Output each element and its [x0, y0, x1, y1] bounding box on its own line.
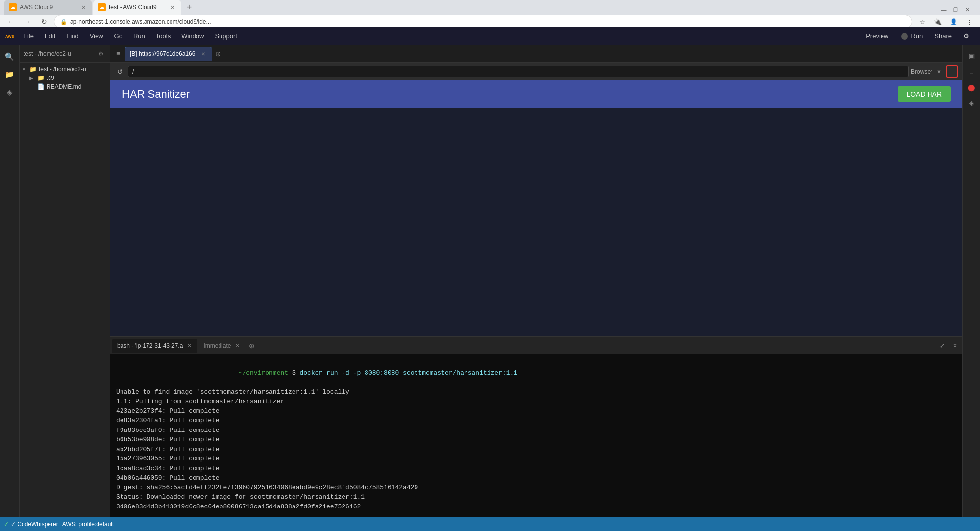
chrome-tabs-bar: ☁ AWS Cloud9 ✕ ☁ test - AWS Cloud9 ✕ + —…	[0, 0, 980, 27]
terminal-line-0: ~/environment $ docker run -d -p 8080:80…	[116, 358, 956, 387]
maximize-button[interactable]: ❐	[951, 5, 960, 15]
menu-tools[interactable]: Tools	[151, 30, 175, 42]
minimize-button[interactable]: —	[939, 5, 949, 15]
svg-text:AWS: AWS	[5, 34, 14, 39]
tab-browser-label: [B] https://967c1de6a166:	[130, 51, 197, 57]
chrome-browser-frame: ☁ AWS Cloud9 ✕ ☁ test - AWS Cloud9 ✕ + —…	[0, 0, 980, 27]
terminal-line-10: 04b06a446059: Pull complete	[116, 473, 956, 483]
status-aws-profile: AWS: profile:default	[62, 521, 114, 528]
terminal-line-1: Unable to find image 'scottmcmaster/hars…	[116, 387, 956, 397]
terminal-tab-bash-close[interactable]: ✕	[186, 342, 193, 349]
new-tab-button[interactable]: +	[182, 0, 196, 14]
browser-expand-icon[interactable]: ⛶	[946, 65, 958, 78]
share-button[interactable]: Share	[930, 30, 956, 42]
aws-profile-label: AWS: profile:default	[62, 521, 114, 528]
tab-browser[interactable]: [B] https://967c1de6a166: ✕	[125, 47, 212, 61]
browser-label: Browser	[911, 68, 932, 75]
menu-support[interactable]: Support	[210, 30, 242, 42]
terminal-tab-bash-label: bash - 'ip-172-31-43-27.a	[117, 342, 183, 349]
menu-window[interactable]: Window	[176, 30, 209, 42]
tree-c9-label: .c9	[47, 75, 106, 81]
reload-button[interactable]: ↻	[37, 15, 51, 28]
terminal-tab-immediate-label: Immediate	[203, 342, 231, 349]
browser-reload-icon[interactable]: ↺	[114, 66, 126, 77]
sidebar-tree: ▼ 📁 test - /home/ec2-u ▶ 📁 .c9 ▶ 📄 READM…	[20, 63, 110, 517]
activity-git-icon[interactable]: ◈	[2, 84, 18, 100]
sidebar-settings-icon[interactable]: ⚙	[96, 49, 106, 59]
terminal-tab-bash[interactable]: bash - 'ip-172-31-43-27.a ✕	[112, 339, 197, 353]
codewhisperer-label: ✓ CodeWhisperer	[11, 521, 58, 528]
bookmark-icon[interactable]: ☆	[915, 15, 929, 28]
terminal-line-9: 1caa8cad3c34: Pull complete	[116, 464, 956, 474]
terminal-line-8: 15a273963055: Pull complete	[116, 454, 956, 464]
more-options-icon[interactable]: ⋮	[962, 15, 976, 28]
browser-dropdown-arrow: ▼	[936, 69, 942, 75]
terminal-tab-immediate-close[interactable]: ✕	[234, 342, 241, 349]
tab-bar: ≡ [B] https://967c1de6a166: ✕ ⊕	[110, 45, 962, 63]
run-button[interactable]: Run	[895, 31, 929, 41]
tree-arrow-c9: ▶	[29, 76, 35, 81]
tree-item-root[interactable]: ▼ 📁 test - /home/ec2-u	[20, 65, 110, 74]
chrome-tab-test-cloud9[interactable]: ☁ test - AWS Cloud9 ✕	[93, 0, 181, 15]
terminal-prompt-0: ~/environment	[162, 369, 288, 377]
activity-search-icon[interactable]: 🔍	[2, 49, 18, 65]
c9-folder-icon: 📁	[37, 75, 45, 81]
browser-url-bar[interactable]: /	[128, 66, 909, 77]
tab-browser-close[interactable]: ✕	[200, 51, 207, 57]
browser-toolbar: ↺ / Browser ▼ ⛶	[110, 63, 962, 80]
run-label: Run	[911, 32, 923, 40]
chrome-tab-test-cloud9-title: test - AWS Cloud9	[109, 4, 166, 11]
back-button[interactable]: ←	[4, 15, 18, 28]
ide-container: AWS File Edit Find View Go Run Tools Win…	[0, 27, 980, 531]
har-sanitizer-header: HAR Sanitizer LOAD HAR	[110, 80, 962, 108]
terminal-line-13: 3d06e83d4d3b413019d6c8ec64eb80086713ca15…	[116, 502, 956, 512]
chrome-tab-test-cloud9-close[interactable]: ✕	[169, 3, 176, 11]
menu-run[interactable]: Run	[128, 30, 150, 42]
tree-item-readme[interactable]: ▶ 📄 README.md	[20, 82, 110, 91]
terminal-area: bash - 'ip-172-31-43-27.a ✕ Immediate ✕ …	[110, 336, 962, 517]
chrome-tab-aws-cloud9-title: AWS Cloud9	[20, 4, 76, 11]
tree-item-c9[interactable]: ▶ 📁 .c9	[20, 74, 110, 82]
menu-edit[interactable]: Edit	[40, 30, 60, 42]
terminal-right-actions: ⤢ ✕	[937, 340, 960, 351]
forward-button[interactable]: →	[21, 15, 34, 28]
right-panel-icon-1[interactable]: ≡	[965, 65, 979, 78]
activity-bar: 🔍 📁 ◈	[0, 45, 20, 517]
right-panel-icon-0[interactable]: ▣	[965, 49, 979, 63]
browser-pane: HAR Sanitizer LOAD HAR	[110, 80, 962, 336]
profile-icon[interactable]: 👤	[947, 15, 960, 28]
har-sanitizer-body	[110, 108, 962, 336]
menu-find[interactable]: Find	[61, 30, 83, 42]
terminal-line-14: ~/environment $	[116, 511, 956, 517]
right-panel-icon-2[interactable]: ◈	[965, 96, 979, 110]
browser-content: HAR Sanitizer LOAD HAR	[110, 80, 962, 336]
address-text: ap-northeast-1.console.aws.amazon.com/cl…	[70, 18, 906, 25]
sidebar-header-text: test - /home/ec2-u	[24, 51, 94, 57]
activity-files-icon[interactable]: 📁	[2, 67, 18, 82]
settings-icon[interactable]: ⚙	[960, 30, 972, 42]
terminal-add-button[interactable]: ⊕	[246, 340, 257, 351]
menu-file[interactable]: File	[19, 30, 39, 42]
browser-right-controls: Browser ▼ ⛶	[911, 65, 958, 78]
tab-hamburger-icon[interactable]: ≡	[112, 48, 124, 60]
terminal-line-3: 423ae2b273f4: Pull complete	[116, 406, 956, 416]
terminal-expand-icon[interactable]: ⤢	[937, 340, 948, 351]
right-panel-icon-red[interactable]: ⬤	[965, 80, 979, 94]
address-bar[interactable]: 🔒 ap-northeast-1.console.aws.amazon.com/…	[54, 15, 912, 28]
terminal-close-icon[interactable]: ✕	[950, 340, 960, 351]
sidebar-header: test - /home/ec2-u ⚙	[20, 45, 110, 63]
tab-add-button[interactable]: ⊕	[213, 49, 223, 59]
extension-icon[interactable]: 🔌	[931, 15, 945, 28]
status-bar: ✓ ✓ CodeWhisperer AWS: profile:default	[0, 517, 980, 531]
terminal-line-5: f9a83bce3af0: Pull complete	[116, 426, 956, 435]
menu-go[interactable]: Go	[109, 30, 127, 42]
codewhisperer-check-icon: ✓	[4, 521, 9, 528]
chrome-tab-aws-cloud9[interactable]: ☁ AWS Cloud9 ✕	[4, 0, 92, 15]
chrome-tab-aws-cloud9-close[interactable]: ✕	[79, 3, 87, 11]
terminal-tab-immediate[interactable]: Immediate ✕	[198, 339, 245, 353]
close-window-button[interactable]: ✕	[962, 5, 972, 15]
menu-preview[interactable]: Preview	[860, 30, 894, 42]
menu-view[interactable]: View	[85, 30, 108, 42]
lock-icon: 🔒	[60, 19, 67, 25]
load-har-button[interactable]: LOAD HAR	[898, 86, 951, 102]
